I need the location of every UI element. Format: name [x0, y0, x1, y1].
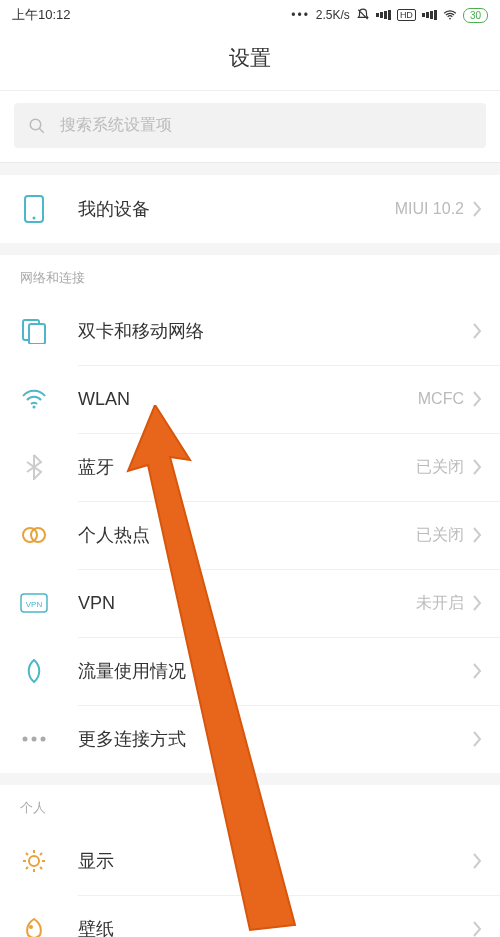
chevron-right-icon: [472, 730, 482, 748]
row-label: 双卡和移动网络: [78, 319, 472, 343]
display-icon: [20, 847, 48, 875]
row-label: 个人热点: [78, 523, 416, 547]
svg-point-7: [33, 406, 36, 409]
phone-icon: [20, 195, 48, 223]
battery-indicator: 30: [463, 8, 488, 23]
row-label: VPN: [78, 593, 416, 614]
row-data-usage[interactable]: 流量使用情况: [0, 637, 500, 705]
row-label: WLAN: [78, 389, 418, 410]
sim-icon: [20, 317, 48, 345]
chevron-right-icon: [472, 662, 482, 680]
page-title-bar: 设置: [0, 30, 500, 91]
row-label: 更多连接方式: [78, 727, 472, 751]
chevron-right-icon: [472, 594, 482, 612]
svg-rect-6: [29, 324, 45, 344]
svg-line-20: [26, 853, 28, 855]
chevron-right-icon: [472, 526, 482, 544]
hd-indicator: HD: [397, 9, 416, 21]
chevron-right-icon: [472, 322, 482, 340]
svg-line-23: [40, 853, 42, 855]
svg-point-0: [449, 18, 451, 20]
row-hotspot[interactable]: 个人热点 已关闭: [0, 501, 500, 569]
svg-line-21: [40, 867, 42, 869]
hotspot-icon: [20, 521, 48, 549]
row-wallpaper[interactable]: 壁纸: [0, 895, 500, 937]
row-label: 显示: [78, 849, 472, 873]
section-header-network: 网络和连接: [0, 255, 500, 297]
mute-icon: [356, 8, 370, 22]
svg-point-13: [32, 737, 37, 742]
svg-text:VPN: VPN: [26, 600, 43, 609]
wifi-icon: [20, 385, 48, 413]
row-value: MIUI 10.2: [395, 200, 464, 218]
signal-icon: [376, 10, 391, 20]
search-input[interactable]: 搜索系统设置项: [14, 103, 486, 148]
svg-line-22: [26, 867, 28, 869]
row-sim[interactable]: 双卡和移动网络: [0, 297, 500, 365]
bluetooth-icon: [20, 453, 48, 481]
search-icon: [28, 117, 46, 135]
chevron-right-icon: [472, 920, 482, 937]
status-time: 上午10:12: [12, 6, 71, 24]
section-header-personal: 个人: [0, 785, 500, 827]
row-vpn[interactable]: VPN VPN 未开启: [0, 569, 500, 637]
status-indicators: ••• 2.5K/s HD 30: [291, 8, 488, 23]
row-bluetooth[interactable]: 蓝牙 已关闭: [0, 433, 500, 501]
row-label: 壁纸: [78, 917, 472, 937]
svg-point-15: [29, 856, 39, 866]
chevron-right-icon: [472, 852, 482, 870]
svg-point-4: [33, 217, 36, 220]
search-container: 搜索系统设置项: [0, 91, 500, 163]
page-title: 设置: [0, 44, 500, 72]
section-device: 我的设备 MIUI 10.2: [0, 175, 500, 243]
svg-point-12: [23, 737, 28, 742]
row-wlan[interactable]: WLAN MCFC: [0, 365, 500, 433]
data-usage-icon: [20, 657, 48, 685]
chevron-right-icon: [472, 458, 482, 476]
svg-line-2: [39, 128, 44, 133]
svg-point-14: [41, 737, 46, 742]
status-bar: 上午10:12 ••• 2.5K/s HD 30: [0, 0, 500, 30]
row-label: 流量使用情况: [78, 659, 472, 683]
row-value: MCFC: [418, 390, 464, 408]
row-value: 已关闭: [416, 525, 464, 546]
signal-icon-2: [422, 10, 437, 20]
chevron-right-icon: [472, 200, 482, 218]
row-value: 未开启: [416, 593, 464, 614]
network-speed: 2.5K/s: [316, 8, 350, 22]
wallpaper-icon: [20, 915, 48, 937]
chevron-right-icon: [472, 390, 482, 408]
section-network: 网络和连接 双卡和移动网络 WLAN MCFC 蓝牙 已关闭 个人热点 已关闭 …: [0, 255, 500, 773]
row-my-device[interactable]: 我的设备 MIUI 10.2: [0, 175, 500, 243]
row-display[interactable]: 显示: [0, 827, 500, 895]
row-label: 我的设备: [78, 197, 395, 221]
more-dots-icon: •••: [291, 8, 310, 22]
vpn-icon: VPN: [20, 589, 48, 617]
row-more-connections[interactable]: 更多连接方式: [0, 705, 500, 773]
more-icon: [20, 725, 48, 753]
section-personal: 个人 显示 壁纸: [0, 785, 500, 937]
row-label: 蓝牙: [78, 455, 416, 479]
row-value: 已关闭: [416, 457, 464, 478]
wifi-icon: [443, 8, 457, 22]
svg-point-1: [30, 119, 41, 130]
search-placeholder: 搜索系统设置项: [60, 115, 172, 136]
svg-point-24: [29, 925, 33, 929]
